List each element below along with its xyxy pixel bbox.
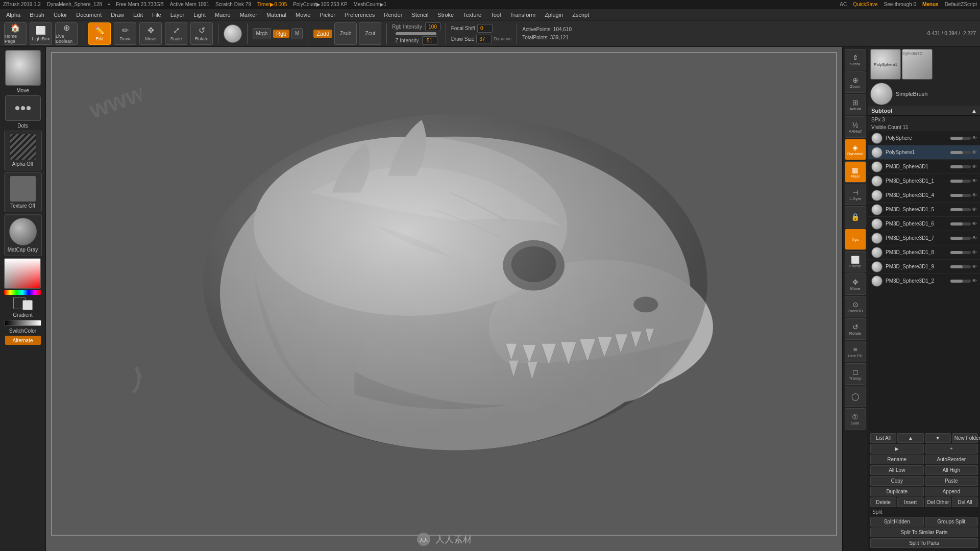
all-high-btn[interactable]: All High — [925, 465, 978, 475]
eye-icon-pm3d1-8[interactable]: 👁 — [972, 249, 977, 255]
rotate-rt-btn[interactable]: ↺ Rotate — [845, 318, 866, 340]
hue-bar[interactable] — [4, 290, 41, 295]
eye-icon-polysphere[interactable]: 👁 — [972, 135, 977, 141]
lsym-btn[interactable]: ⊣ L.Sym — [845, 184, 866, 205]
menu-zplugin[interactable]: Zplugin — [541, 11, 567, 19]
subtool-item-polysphere[interactable]: PolySphere 👁 — [868, 131, 980, 145]
eye-icon-pm3d1-5[interactable]: 👁 — [972, 207, 977, 212]
menu-tool[interactable]: Tool — [486, 11, 505, 19]
background-color[interactable] — [22, 300, 33, 310]
slider-pm3d1[interactable] — [950, 165, 971, 168]
move-btn[interactable]: ✥ Move — [139, 22, 162, 45]
slider-polysphere[interactable] — [950, 137, 971, 140]
zsub-btn[interactable]: Zsub — [334, 22, 357, 45]
slider-pm3d1-8[interactable] — [950, 251, 971, 254]
menu-color[interactable]: Color — [50, 11, 71, 19]
eye-icon-pm3d1-2[interactable]: 👁 — [972, 278, 977, 284]
gradient-bar[interactable] — [5, 320, 41, 326]
menu-draw[interactable]: Draw — [107, 11, 128, 19]
auto-reorder-btn[interactable]: AutoReorder — [925, 455, 978, 464]
brush-preview[interactable] — [5, 50, 41, 86]
slider-pm3d1-6[interactable] — [950, 222, 971, 226]
scale-btn[interactable]: ⤢ Scale — [165, 22, 187, 45]
polysphere1-thumb[interactable]: PolySphere1 — [870, 49, 901, 80]
subtool-section-title[interactable]: Subtool ▲ — [868, 106, 980, 116]
ghost-btn[interactable]: ◯ — [845, 386, 866, 407]
list-all-btn[interactable]: List All — [870, 433, 896, 443]
paste-btn[interactable]: Paste — [925, 476, 978, 486]
subtool-item-pm3d1-1[interactable]: PM3D_Sphere3D1_1 👁 — [868, 174, 980, 188]
insert-btn[interactable]: Insert — [897, 497, 923, 507]
eye-icon-polysphere1[interactable]: 👁 — [972, 149, 977, 155]
split-hidden-btn[interactable]: SplitHidden — [870, 517, 924, 527]
zoom3d-btn[interactable]: ⊙ Zoom3D — [845, 296, 866, 317]
all-low-btn[interactable]: All Low — [870, 465, 924, 475]
slider-pm3d1-4[interactable] — [950, 194, 971, 197]
mrgb-btn[interactable]: Mrgb — [253, 28, 271, 39]
slider-pm3d1-5[interactable] — [950, 208, 971, 211]
dots-preview[interactable] — [5, 95, 41, 121]
menu-render[interactable]: Render — [380, 11, 406, 19]
focal-shift-value[interactable]: 0 — [477, 24, 493, 33]
menu-brush[interactable]: Brush — [26, 11, 48, 19]
menu-edit[interactable]: Edit — [129, 11, 147, 19]
menu-alpha[interactable]: Alpha — [2, 11, 24, 19]
zadd-btn[interactable]: Zadd — [313, 30, 332, 38]
matcap-section[interactable]: MatCap Gray — [4, 214, 42, 256]
copy-btn[interactable]: Copy — [870, 476, 924, 486]
edit-btn[interactable]: ✏️ Edit — [88, 22, 111, 45]
texture-section[interactable]: Texture Off — [4, 172, 42, 212]
frame-btn[interactable]: ⬜ Frame — [845, 251, 866, 272]
alternate-btn[interactable]: Alternate — [5, 336, 41, 345]
color-ball-display[interactable] — [224, 24, 242, 43]
solo-btn[interactable]: ① Solo — [845, 408, 866, 430]
canvas-area[interactable]: www.rrcg.cn RRCG RRCG 人人素材 人人素材 — [46, 47, 842, 551]
new-folder-btn[interactable]: New Folder — [952, 433, 978, 443]
eye-icon-pm3d1-9[interactable]: 👁 — [972, 264, 977, 269]
line-fill-btn[interactable]: ≡ Line Fill — [845, 341, 866, 362]
simple-brush-thumb[interactable] — [870, 83, 893, 105]
eye-icon-pm3d1-1[interactable]: 👁 — [972, 178, 977, 184]
menu-movie[interactable]: Movie — [291, 11, 314, 19]
eye-icon-pm3d1-7[interactable]: 👁 — [972, 235, 977, 241]
subtool-item-pm3d1-2[interactable]: PM3D_Sphere3D1_2 👁 — [868, 274, 980, 288]
eye-icon-pm3d1-4[interactable]: 👁 — [972, 192, 977, 198]
subtool-item-pm3d1-8[interactable]: PM3D_Sphere3D1_8 👁 — [868, 245, 980, 260]
menu-picker[interactable]: Picker — [315, 11, 339, 19]
slider-pm3d1-9[interactable] — [950, 265, 971, 268]
dynamic-label[interactable]: Dynamic — [494, 36, 511, 41]
subtool-item-pm3d1-5[interactable]: PM3D_Sphere3D1_5 👁 — [868, 203, 980, 217]
menu-material[interactable]: Material — [262, 11, 290, 19]
slider-pm3d1-1[interactable] — [950, 180, 971, 183]
transp-btn[interactable]: ◻ Transp — [845, 363, 866, 385]
menu-macro[interactable]: Macro — [211, 11, 235, 19]
see-through[interactable]: See-through 0 — [884, 2, 916, 7]
aahalf-btn[interactable]: ½ AAHalf — [845, 116, 866, 138]
rgb-btn[interactable]: Rgb — [273, 30, 289, 38]
subtool-item-pm3d1-9[interactable]: PM3D_Sphere3D1_9 👁 — [868, 260, 980, 274]
menu-stencil[interactable]: Stencil — [407, 11, 432, 19]
zoom-btn[interactable]: ⊕ Zoom — [845, 71, 866, 93]
subtool-item-pm3d1-7[interactable]: PM3D_Sphere3D1_7 👁 — [868, 231, 980, 245]
menu-marker[interactable]: Marker — [236, 11, 261, 19]
floor-btn[interactable]: ▦ Floor — [845, 161, 866, 183]
subtool-item-pm3d1-6[interactable]: PM3D_Sphere3D1_6 👁 — [868, 217, 980, 231]
color-picker-box[interactable] — [4, 258, 41, 289]
menu-texture[interactable]: Texture — [459, 11, 485, 19]
split-to-similar-btn[interactable]: Split To Similar Parts — [870, 528, 978, 537]
groups-split-btn[interactable]: Groups Split — [925, 517, 978, 527]
menu-file[interactable]: File — [148, 11, 165, 19]
draw-size-value[interactable]: 37 — [476, 35, 492, 43]
rgb-intensity-value[interactable]: 100 — [425, 22, 440, 31]
scroll-btn[interactable]: ⇕ Scroll — [845, 49, 866, 70]
folder-arrow-btn[interactable]: ▶ — [870, 444, 924, 454]
eye-icon-pm3d1[interactable]: 👁 — [972, 164, 977, 169]
draw-btn[interactable]: ✏ Draw — [114, 22, 136, 45]
menu-light[interactable]: Light — [189, 11, 210, 19]
dynamic-btn[interactable]: ◈ Dynamic — [845, 139, 866, 160]
menus-btn[interactable]: Menus — [922, 2, 939, 7]
menu-transform[interactable]: Transform — [506, 11, 540, 19]
arrow-down-btn[interactable]: ▼ — [925, 433, 951, 443]
cylinder3d-thumb[interactable]: Cylinder3D — [902, 49, 933, 80]
subtool-item-pm3d1[interactable]: PM3D_Sphere3D1 👁 — [868, 160, 980, 174]
